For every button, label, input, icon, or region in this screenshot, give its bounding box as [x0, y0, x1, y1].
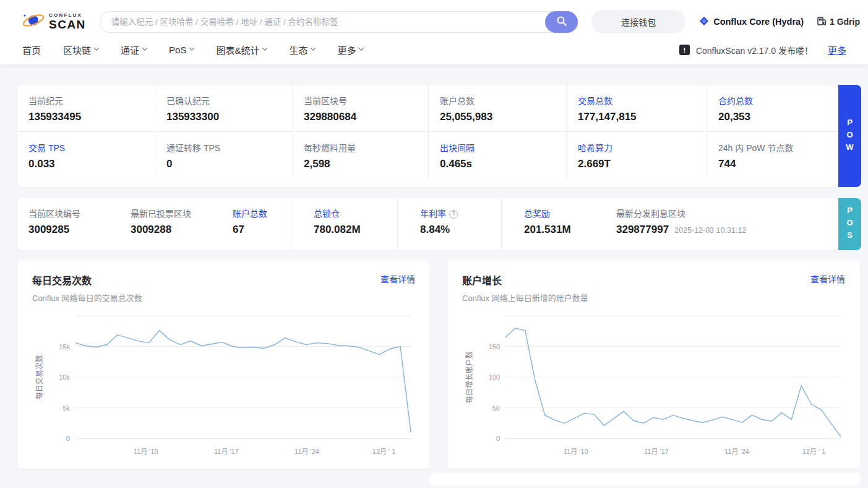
nav-item-ecosystem[interactable]: 生态 — [289, 43, 315, 56]
stat-block-interval: 出块间隔 0.465s — [428, 132, 566, 178]
search-icon — [556, 15, 567, 28]
stat-label-link[interactable]: 年利率? — [420, 207, 496, 219]
svg-text:100: 100 — [489, 373, 500, 381]
stat-value: 329880684 — [304, 111, 423, 123]
header: CONFLUX SCAN 连接钱包 — [0, 0, 868, 64]
nav-item-label: 首页 — [22, 43, 41, 56]
view-details-link[interactable]: 查看详情 — [810, 272, 845, 285]
chart-header: 每日交易次数 Conflux 网络每日的交易总次数 查看详情 — [32, 272, 415, 303]
svg-text:50: 50 — [492, 404, 500, 412]
stat-label: 已确认纪元 — [166, 94, 287, 107]
daily-transactions-chart-card: 每日交易次数 Conflux 网络每日的交易总次数 查看详情 05k10k15k… — [17, 260, 430, 469]
stat-label-link[interactable]: 哈希算力 — [578, 141, 702, 154]
connect-wallet-button[interactable]: 连接钱包 — [591, 10, 685, 33]
stat-value: 135933300 — [166, 111, 287, 123]
search-button[interactable] — [545, 11, 578, 33]
stat-label: 账户总数 — [440, 94, 561, 107]
svg-text:11月 '17: 11月 '17 — [214, 448, 239, 455]
pos-stats-card: 当前区块编号 3009285 最新已投票区块 3009288 账户总数 67 总… — [17, 198, 838, 250]
pow-stats-card: 当前纪元 135933495 已确认纪元 135933300 当前区块号 329… — [17, 85, 838, 187]
stat-value: 3009285 — [28, 224, 114, 236]
network-selector[interactable]: Conflux Core (Hydra) — [699, 16, 804, 28]
svg-text:0: 0 — [66, 435, 70, 442]
stat-label-link[interactable]: 账户总数 — [233, 207, 286, 219]
chevron-down-icon — [189, 45, 194, 50]
view-details-link[interactable]: 查看详情 — [380, 272, 415, 285]
stat-value: 0 — [166, 158, 287, 170]
logo[interactable]: CONFLUX SCAN — [20, 11, 86, 33]
gas-price[interactable]: 1 Gdrip — [817, 16, 860, 28]
stat-pos-total-accounts: 账户总数 67 — [221, 198, 291, 250]
announcement-bar: ! ConfluxScan v2.17.0 发布喽！ 更多 — [679, 43, 846, 56]
stat-value: 3009288 — [131, 224, 217, 236]
svg-text:每日增长账户数: 每日增长账户数 — [465, 351, 474, 403]
nav-item-blockchain[interactable]: 区块链 — [63, 43, 98, 56]
stat-label-link[interactable]: 交易 TPS — [28, 141, 150, 154]
chevron-down-icon — [311, 45, 316, 50]
stat-hash-rate: 哈希算力 2.669T — [566, 132, 707, 178]
chart-subtitle: Conflux 网络每日的交易总次数 — [32, 292, 142, 303]
nav-item-label: 区块链 — [63, 43, 91, 56]
info-icon: ? — [449, 210, 458, 219]
pow-tab[interactable]: POW — [838, 85, 861, 187]
stat-pos-apy: 年利率? 8.84% — [397, 198, 501, 250]
svg-text:11月 '10: 11月 '10 — [564, 448, 588, 455]
account-growth-line-chart: 05010015011月 '1011月 '1711月 '2412月 ' 1每日增… — [462, 308, 845, 466]
nav-item-tokens[interactable]: 通证 — [121, 43, 147, 56]
nav-item-pos[interactable]: PoS — [169, 45, 194, 55]
top-bar: CONFLUX SCAN 连接钱包 — [0, 0, 868, 40]
svg-text:150: 150 — [489, 343, 500, 351]
stat-label: 每秒燃料用量 — [304, 141, 423, 154]
nav-item-more[interactable]: 更多 — [337, 43, 363, 56]
svg-text:11月 '24: 11月 '24 — [724, 448, 749, 455]
nav-item-charts-statistics[interactable]: 图表&统计 — [216, 43, 267, 56]
stat-value-number: 329877997 — [616, 224, 669, 235]
nav-item-home[interactable]: 首页 — [22, 43, 41, 56]
svg-text:11月 '17: 11月 '17 — [644, 448, 669, 455]
stat-pow-nodes-24h: 24h 内 PoW 节点数 744 — [707, 132, 838, 178]
charts-section: 每日交易次数 Conflux 网络每日的交易总次数 查看详情 05k10k15k… — [17, 260, 860, 469]
stat-label-link[interactable]: 交易总数 — [578, 94, 702, 107]
gas-price-value: 1 Gdrip — [830, 17, 860, 27]
nav-item-label: 通证 — [121, 43, 139, 56]
chart-title: 每日交易次数 — [32, 272, 142, 287]
stat-label-text: 年利率 — [420, 209, 446, 219]
stat-value: 2.669T — [578, 158, 702, 170]
stat-pos-latest-interest-block: 最新分发利息区块 3298779972025-12-03 10:31:12 — [605, 198, 838, 250]
chart-title: 账户增长 — [462, 272, 588, 287]
next-section-card-peek — [430, 473, 860, 485]
stat-label-link[interactable]: 总锁仓 — [314, 207, 392, 219]
search-input[interactable] — [100, 11, 578, 33]
pos-section: 当前区块编号 3009285 最新已投票区块 3009288 账户总数 67 总… — [17, 198, 861, 250]
stat-pos-total-locked: 总锁仓 780.082M — [291, 198, 397, 250]
stat-value: 20,353 — [718, 111, 833, 123]
svg-text:0: 0 — [496, 435, 500, 442]
stat-label: 最新已投票区块 — [131, 207, 217, 219]
announcement-text: ConfluxScan v2.17.0 发布喽！ — [696, 44, 813, 56]
pow-stats-row-2: 交易 TPS 0.033 通证转移 TPS 0 每秒燃料用量 2,598 出块间… — [17, 131, 838, 178]
stat-timestamp: 2025-12-03 10:31:12 — [674, 226, 746, 235]
stat-value: 0.465s — [440, 158, 561, 170]
stat-label-link[interactable]: 总奖励 — [524, 207, 600, 219]
stat-value: 0.033 — [28, 158, 150, 170]
network-name: Conflux Core (Hydra) — [713, 17, 804, 27]
pow-section: 当前纪元 135933495 已确认纪元 135933300 当前区块号 329… — [17, 85, 861, 187]
stat-label-link[interactable]: 合约总数 — [718, 94, 833, 107]
stat-total-contracts: 合约总数 20,353 — [707, 85, 838, 131]
nav-item-label: 更多 — [337, 43, 356, 56]
announcement-more-link[interactable]: 更多 — [828, 43, 846, 56]
svg-text:10k: 10k — [59, 373, 70, 381]
stat-token-transfer-tps: 通证转移 TPS 0 — [155, 132, 292, 178]
svg-text:12月 ' 1: 12月 ' 1 — [372, 448, 396, 455]
stat-pos-total-rewards: 总奖励 201.531M — [501, 198, 605, 250]
stat-label: 通证转移 TPS — [166, 141, 287, 154]
stat-value: 2,598 — [304, 158, 423, 170]
pos-tab[interactable]: POS — [838, 198, 861, 250]
logo-text-bottom: SCAN — [49, 19, 86, 30]
stat-gas-per-second: 每秒燃料用量 2,598 — [292, 132, 428, 178]
stat-value: 3298779972025-12-03 10:31:12 — [616, 224, 833, 236]
nav-item-label: 生态 — [289, 43, 307, 56]
stat-label-link[interactable]: 出块间隔 — [440, 141, 561, 154]
svg-text:15k: 15k — [59, 343, 70, 351]
svg-text:11月 '10: 11月 '10 — [134, 448, 158, 455]
